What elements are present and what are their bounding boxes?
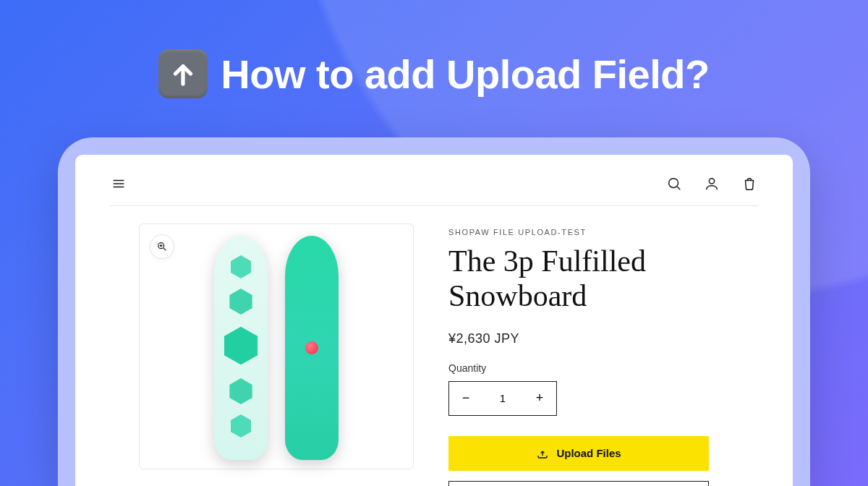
secondary-button[interactable] [448,481,709,486]
upload-files-button[interactable]: Upload Files [448,436,709,471]
hero-title: How to add Upload Field? [221,51,710,98]
product-image [214,236,339,469]
product-gallery [110,223,414,486]
upload-button-label: Upload Files [556,447,621,459]
product-details: SHOPAW FILE UPLOAD-TEST The 3p Fulfilled… [448,223,758,486]
quantity-increase-button[interactable]: + [523,382,556,415]
zoom-icon[interactable] [150,234,174,259]
device-frame: SHOPAW FILE UPLOAD-TEST The 3p Fulfilled… [58,137,810,486]
upload-arrow-icon [158,49,208,98]
svg-marker-5 [224,327,258,365]
cart-icon[interactable] [741,175,758,192]
store-topbar [110,175,758,206]
svg-marker-3 [231,255,251,278]
quantity-decrease-button[interactable]: − [449,382,482,415]
upload-icon [536,447,549,460]
vendor-label: SHOPAW FILE UPLOAD-TEST [448,228,758,236]
search-icon[interactable] [665,175,683,192]
account-icon[interactable] [703,175,720,192]
product-title: The 3p Fulfilled Snowboard [448,244,758,314]
product-price: ¥2,630 JPY [448,331,758,346]
screen: SHOPAW FILE UPLOAD-TEST The 3p Fulfilled… [75,155,793,486]
quantity-stepper: − 1 + [448,381,557,416]
quantity-value: 1 [482,392,523,404]
svg-marker-7 [231,414,251,438]
quantity-label: Quantity [448,362,758,374]
svg-point-1 [709,179,714,184]
menu-icon[interactable] [110,175,127,192]
svg-marker-4 [229,289,252,315]
svg-marker-6 [229,378,252,404]
svg-point-0 [669,179,678,188]
dot-decoration [305,341,318,354]
hero-banner: How to add Upload Field? [0,0,868,98]
